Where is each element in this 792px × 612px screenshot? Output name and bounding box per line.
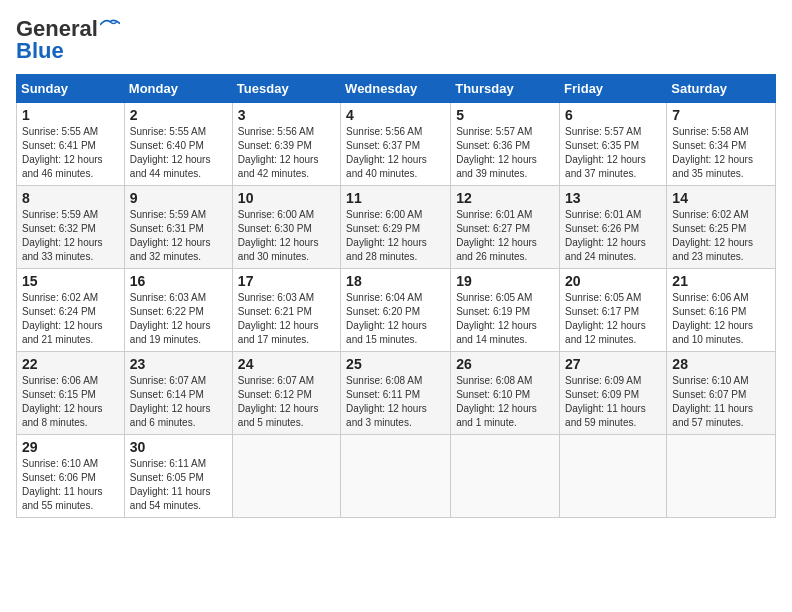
calendar-cell: 17 Sunrise: 6:03 AMSunset: 6:21 PMDaylig… xyxy=(232,269,340,352)
day-info: Sunrise: 6:01 AMSunset: 6:27 PMDaylight:… xyxy=(456,209,537,262)
day-number: 16 xyxy=(130,273,227,289)
day-info: Sunrise: 6:06 AMSunset: 6:15 PMDaylight:… xyxy=(22,375,103,428)
calendar-cell: 29 Sunrise: 6:10 AMSunset: 6:06 PMDaylig… xyxy=(17,435,125,518)
day-info: Sunrise: 6:03 AMSunset: 6:21 PMDaylight:… xyxy=(238,292,319,345)
day-number: 5 xyxy=(456,107,554,123)
day-number: 4 xyxy=(346,107,445,123)
day-number: 2 xyxy=(130,107,227,123)
day-info: Sunrise: 5:57 AMSunset: 6:36 PMDaylight:… xyxy=(456,126,537,179)
day-info: Sunrise: 6:01 AMSunset: 6:26 PMDaylight:… xyxy=(565,209,646,262)
day-info: Sunrise: 5:55 AMSunset: 6:40 PMDaylight:… xyxy=(130,126,211,179)
day-number: 23 xyxy=(130,356,227,372)
day-info: Sunrise: 6:07 AMSunset: 6:14 PMDaylight:… xyxy=(130,375,211,428)
calendar-cell: 19 Sunrise: 6:05 AMSunset: 6:19 PMDaylig… xyxy=(451,269,560,352)
calendar-cell xyxy=(341,435,451,518)
weekday-header: Tuesday xyxy=(232,75,340,103)
calendar-cell xyxy=(560,435,667,518)
day-number: 12 xyxy=(456,190,554,206)
day-info: Sunrise: 5:55 AMSunset: 6:41 PMDaylight:… xyxy=(22,126,103,179)
day-number: 15 xyxy=(22,273,119,289)
calendar-cell: 22 Sunrise: 6:06 AMSunset: 6:15 PMDaylig… xyxy=(17,352,125,435)
day-info: Sunrise: 6:06 AMSunset: 6:16 PMDaylight:… xyxy=(672,292,753,345)
calendar-cell: 26 Sunrise: 6:08 AMSunset: 6:10 PMDaylig… xyxy=(451,352,560,435)
day-number: 29 xyxy=(22,439,119,455)
weekday-header: Friday xyxy=(560,75,667,103)
day-info: Sunrise: 6:10 AMSunset: 6:07 PMDaylight:… xyxy=(672,375,753,428)
day-info: Sunrise: 6:02 AMSunset: 6:24 PMDaylight:… xyxy=(22,292,103,345)
day-number: 3 xyxy=(238,107,335,123)
weekday-header: Monday xyxy=(124,75,232,103)
day-info: Sunrise: 5:56 AMSunset: 6:37 PMDaylight:… xyxy=(346,126,427,179)
day-info: Sunrise: 6:09 AMSunset: 6:09 PMDaylight:… xyxy=(565,375,646,428)
day-number: 21 xyxy=(672,273,770,289)
day-info: Sunrise: 6:03 AMSunset: 6:22 PMDaylight:… xyxy=(130,292,211,345)
day-info: Sunrise: 6:11 AMSunset: 6:05 PMDaylight:… xyxy=(130,458,211,511)
calendar-cell: 21 Sunrise: 6:06 AMSunset: 6:16 PMDaylig… xyxy=(667,269,776,352)
calendar-cell: 24 Sunrise: 6:07 AMSunset: 6:12 PMDaylig… xyxy=(232,352,340,435)
day-info: Sunrise: 6:10 AMSunset: 6:06 PMDaylight:… xyxy=(22,458,103,511)
calendar-week-row: 8 Sunrise: 5:59 AMSunset: 6:32 PMDayligh… xyxy=(17,186,776,269)
day-info: Sunrise: 5:59 AMSunset: 6:32 PMDaylight:… xyxy=(22,209,103,262)
calendar-cell: 13 Sunrise: 6:01 AMSunset: 6:26 PMDaylig… xyxy=(560,186,667,269)
day-number: 20 xyxy=(565,273,661,289)
day-info: Sunrise: 5:56 AMSunset: 6:39 PMDaylight:… xyxy=(238,126,319,179)
page-header: General Blue xyxy=(16,16,776,64)
day-number: 26 xyxy=(456,356,554,372)
calendar-cell: 14 Sunrise: 6:02 AMSunset: 6:25 PMDaylig… xyxy=(667,186,776,269)
logo: General Blue xyxy=(16,16,120,64)
day-info: Sunrise: 6:08 AMSunset: 6:11 PMDaylight:… xyxy=(346,375,427,428)
day-number: 28 xyxy=(672,356,770,372)
day-info: Sunrise: 5:57 AMSunset: 6:35 PMDaylight:… xyxy=(565,126,646,179)
calendar-cell: 7 Sunrise: 5:58 AMSunset: 6:34 PMDayligh… xyxy=(667,103,776,186)
day-number: 18 xyxy=(346,273,445,289)
calendar-cell: 11 Sunrise: 6:00 AMSunset: 6:29 PMDaylig… xyxy=(341,186,451,269)
calendar-cell: 20 Sunrise: 6:05 AMSunset: 6:17 PMDaylig… xyxy=(560,269,667,352)
day-number: 19 xyxy=(456,273,554,289)
day-number: 25 xyxy=(346,356,445,372)
day-number: 1 xyxy=(22,107,119,123)
calendar-cell xyxy=(232,435,340,518)
calendar-cell: 10 Sunrise: 6:00 AMSunset: 6:30 PMDaylig… xyxy=(232,186,340,269)
day-number: 11 xyxy=(346,190,445,206)
day-info: Sunrise: 6:00 AMSunset: 6:29 PMDaylight:… xyxy=(346,209,427,262)
day-number: 8 xyxy=(22,190,119,206)
day-info: Sunrise: 5:58 AMSunset: 6:34 PMDaylight:… xyxy=(672,126,753,179)
calendar-cell: 1 Sunrise: 5:55 AMSunset: 6:41 PMDayligh… xyxy=(17,103,125,186)
calendar-table: SundayMondayTuesdayWednesdayThursdayFrid… xyxy=(16,74,776,518)
day-number: 17 xyxy=(238,273,335,289)
calendar-cell: 15 Sunrise: 6:02 AMSunset: 6:24 PMDaylig… xyxy=(17,269,125,352)
calendar-cell: 28 Sunrise: 6:10 AMSunset: 6:07 PMDaylig… xyxy=(667,352,776,435)
weekday-header: Wednesday xyxy=(341,75,451,103)
day-info: Sunrise: 5:59 AMSunset: 6:31 PMDaylight:… xyxy=(130,209,211,262)
calendar-week-row: 22 Sunrise: 6:06 AMSunset: 6:15 PMDaylig… xyxy=(17,352,776,435)
day-number: 9 xyxy=(130,190,227,206)
day-number: 13 xyxy=(565,190,661,206)
calendar-cell: 4 Sunrise: 5:56 AMSunset: 6:37 PMDayligh… xyxy=(341,103,451,186)
logo-bird-icon xyxy=(100,18,120,32)
calendar-cell xyxy=(451,435,560,518)
calendar-week-row: 29 Sunrise: 6:10 AMSunset: 6:06 PMDaylig… xyxy=(17,435,776,518)
day-info: Sunrise: 6:00 AMSunset: 6:30 PMDaylight:… xyxy=(238,209,319,262)
calendar-cell: 12 Sunrise: 6:01 AMSunset: 6:27 PMDaylig… xyxy=(451,186,560,269)
day-info: Sunrise: 6:07 AMSunset: 6:12 PMDaylight:… xyxy=(238,375,319,428)
calendar-cell: 30 Sunrise: 6:11 AMSunset: 6:05 PMDaylig… xyxy=(124,435,232,518)
calendar-week-row: 15 Sunrise: 6:02 AMSunset: 6:24 PMDaylig… xyxy=(17,269,776,352)
logo-blue: Blue xyxy=(16,38,64,64)
calendar-cell: 25 Sunrise: 6:08 AMSunset: 6:11 PMDaylig… xyxy=(341,352,451,435)
weekday-header: Thursday xyxy=(451,75,560,103)
weekday-header: Saturday xyxy=(667,75,776,103)
day-number: 30 xyxy=(130,439,227,455)
weekday-header: Sunday xyxy=(17,75,125,103)
day-info: Sunrise: 6:05 AMSunset: 6:19 PMDaylight:… xyxy=(456,292,537,345)
calendar-cell: 16 Sunrise: 6:03 AMSunset: 6:22 PMDaylig… xyxy=(124,269,232,352)
day-number: 7 xyxy=(672,107,770,123)
calendar-week-row: 1 Sunrise: 5:55 AMSunset: 6:41 PMDayligh… xyxy=(17,103,776,186)
calendar-cell: 18 Sunrise: 6:04 AMSunset: 6:20 PMDaylig… xyxy=(341,269,451,352)
calendar-cell: 3 Sunrise: 5:56 AMSunset: 6:39 PMDayligh… xyxy=(232,103,340,186)
day-number: 22 xyxy=(22,356,119,372)
calendar-cell: 23 Sunrise: 6:07 AMSunset: 6:14 PMDaylig… xyxy=(124,352,232,435)
day-info: Sunrise: 6:02 AMSunset: 6:25 PMDaylight:… xyxy=(672,209,753,262)
day-number: 27 xyxy=(565,356,661,372)
day-number: 14 xyxy=(672,190,770,206)
day-info: Sunrise: 6:08 AMSunset: 6:10 PMDaylight:… xyxy=(456,375,537,428)
